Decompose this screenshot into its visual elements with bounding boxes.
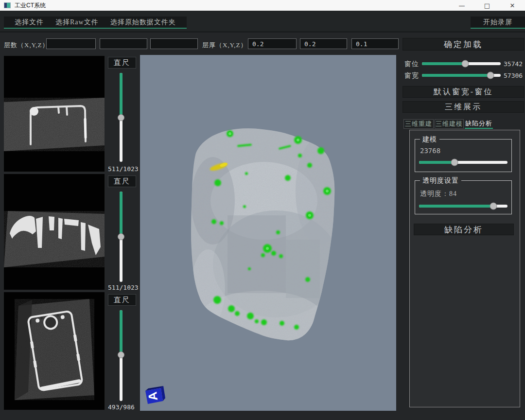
slice-slider-handle-3[interactable] bbox=[118, 351, 124, 358]
ruler-label-2: 直尺 bbox=[108, 175, 136, 187]
app-window: 工业CT系统 — □ ✕ 选择文件 选择Raw文件 选择原始数据文件夹 开始录屏… bbox=[0, 0, 525, 420]
slice-slider-3[interactable] bbox=[120, 310, 122, 401]
transparency-slider-fill bbox=[419, 205, 493, 208]
defect-analysis-button[interactable]: 缺陷分析 bbox=[414, 224, 514, 235]
ct-slice-image-3 bbox=[4, 292, 105, 410]
slice-slider-2[interactable] bbox=[120, 192, 122, 282]
transparency-value-label: 透明度：84 bbox=[420, 190, 457, 198]
transparency-group-title: 透明度设置 bbox=[420, 176, 461, 185]
ct-slice-view-3[interactable] bbox=[4, 292, 105, 410]
defect-analysis-pane: 建模 23768 透明度设置 透明度：84 缺陷分析 bbox=[409, 130, 520, 407]
3d-viewport[interactable]: A bbox=[140, 55, 396, 411]
modeling-value: 23768 bbox=[420, 147, 440, 155]
select-raw-data-folder-button[interactable]: 选择原始数据文件夹 bbox=[105, 18, 182, 27]
ruler-label-3: 直尺 bbox=[108, 294, 136, 306]
ruler-label-1: 直尺 bbox=[108, 57, 136, 69]
tab-defect-analysis[interactable]: 缺陷分析 bbox=[465, 119, 493, 129]
layers-label: 层数（X,Y,Z） bbox=[4, 41, 49, 50]
slice-slider-1[interactable] bbox=[120, 73, 122, 162]
ruler-text-3: 直尺 bbox=[114, 296, 130, 305]
toolbar-separator bbox=[0, 31, 525, 33]
transparency-slider[interactable] bbox=[419, 205, 508, 208]
slice-value-2: 511/1023 bbox=[108, 284, 142, 291]
select-raw-file-button[interactable]: 选择Raw文件 bbox=[50, 18, 105, 27]
3d-display-button[interactable]: 三维展示 bbox=[402, 101, 524, 113]
modeling-group: 建模 23768 bbox=[415, 139, 512, 172]
slice-value-3: 493/986 bbox=[108, 403, 142, 411]
ruler-text-2: 直尺 bbox=[114, 177, 130, 186]
thickness-y-input[interactable] bbox=[300, 38, 347, 49]
slice-slider-fill-3 bbox=[120, 310, 122, 355]
ct-slice-image-2 bbox=[4, 174, 105, 290]
tab-3d-reconstruction[interactable]: 三维重建 bbox=[403, 119, 434, 129]
confirm-load-button[interactable]: 确定加载 bbox=[402, 38, 524, 51]
transparency-slider-handle[interactable] bbox=[490, 203, 497, 210]
file-menu-strip: 选择文件 选择Raw文件 选择原始数据文件夹 bbox=[4, 17, 187, 29]
slice-slider-handle-2[interactable] bbox=[118, 233, 124, 240]
ct-slice-view-2[interactable] bbox=[4, 174, 105, 290]
layers-z-input[interactable] bbox=[150, 38, 198, 49]
window-width-fill bbox=[422, 74, 490, 77]
ct-slice-view-1[interactable] bbox=[4, 56, 105, 172]
window-width-value: 57306 bbox=[504, 72, 523, 79]
3d-model-render bbox=[140, 55, 396, 411]
title-bar: 工业CT系统 — □ ✕ bbox=[0, 0, 525, 11]
app-icon bbox=[4, 2, 11, 8]
start-record-label: 开始录屏 bbox=[477, 18, 518, 27]
thickness-x-input[interactable] bbox=[248, 38, 297, 49]
modeling-group-title: 建模 bbox=[420, 135, 439, 144]
window-level-value: 35742 bbox=[504, 60, 523, 68]
ct-slice-image-1 bbox=[4, 56, 105, 172]
maximize-button[interactable]: □ bbox=[474, 0, 500, 11]
slice-slider-fill-2 bbox=[120, 192, 122, 237]
thickness-z-input[interactable] bbox=[351, 38, 399, 49]
modeling-slider-fill bbox=[419, 161, 455, 164]
layers-y-input[interactable] bbox=[100, 38, 147, 49]
minimize-button[interactable]: — bbox=[449, 0, 474, 11]
window-level-slider[interactable] bbox=[422, 62, 501, 65]
transparency-group: 透明度设置 透明度：84 bbox=[415, 180, 512, 214]
thickness-label: 层厚（X,Y,Z） bbox=[202, 41, 247, 50]
window-title: 工业CT系统 bbox=[15, 1, 46, 10]
window-width-slider[interactable] bbox=[422, 74, 501, 77]
window-width-label: 窗宽 bbox=[404, 71, 419, 80]
window-level-label: 窗位 bbox=[404, 60, 419, 69]
orientation-cube-logo[interactable]: A bbox=[143, 385, 167, 405]
logo-letter: A bbox=[145, 391, 160, 402]
slice-slider-handle-1[interactable] bbox=[118, 114, 124, 121]
layers-x-input[interactable] bbox=[46, 38, 96, 49]
window-width-handle[interactable] bbox=[487, 72, 494, 79]
default-window-button[interactable]: 默认窗宽-窗位 bbox=[402, 86, 524, 98]
toolbar: 选择文件 选择Raw文件 选择原始数据文件夹 开始录屏 bbox=[0, 11, 525, 31]
slice-slider-fill-1 bbox=[120, 73, 122, 118]
ruler-text-1: 直尺 bbox=[114, 58, 130, 68]
tab-3d-modeling[interactable]: 三维建模 bbox=[435, 119, 464, 129]
slice-value-1: 511/1023 bbox=[108, 165, 142, 173]
close-button[interactable]: ✕ bbox=[500, 0, 525, 11]
select-file-button[interactable]: 选择文件 bbox=[9, 18, 50, 27]
window-level-handle[interactable] bbox=[462, 60, 469, 68]
modeling-slider-handle[interactable] bbox=[451, 159, 458, 166]
start-record-button[interactable]: 开始录屏 bbox=[471, 17, 525, 29]
window-level-fill bbox=[422, 62, 465, 65]
modeling-slider[interactable] bbox=[419, 161, 508, 164]
